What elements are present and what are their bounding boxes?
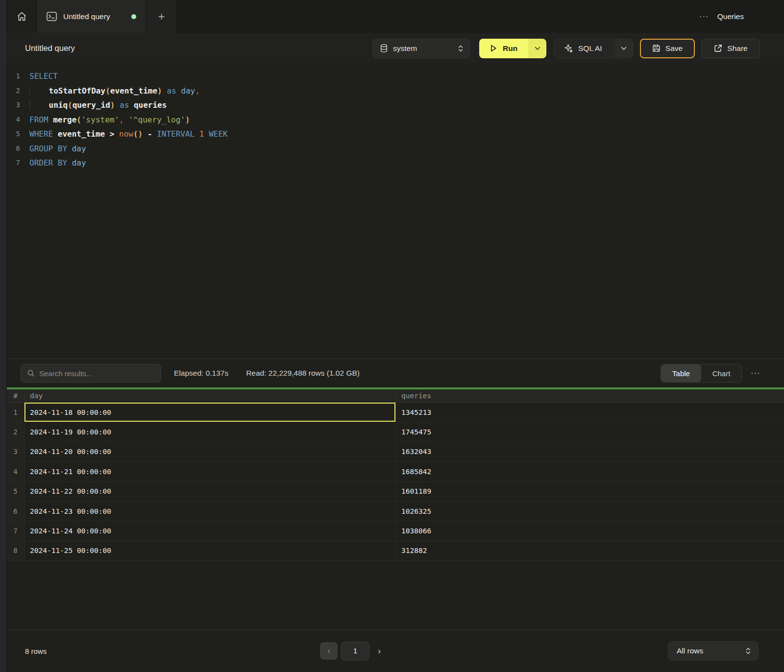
code-text: WHERE event_time > now() - INTERVAL 1 WE… [29, 127, 228, 142]
line-number: 7 [7, 156, 29, 170]
search-results-box[interactable] [21, 364, 161, 383]
queries-cell[interactable]: 1632043 [396, 442, 784, 461]
row-number-cell[interactable]: 2 [7, 422, 24, 441]
queries-cell[interactable]: 1038066 [396, 521, 784, 540]
day-cell[interactable]: 2024-11-21 00:00:00 [24, 462, 396, 481]
results-table-body: 12024-11-18 00:00:00134521322024-11-19 0… [7, 403, 784, 561]
queries-cell[interactable]: 312882 [396, 541, 784, 560]
code-line: 1SELECT [7, 69, 784, 84]
queries-link[interactable]: Queries [717, 12, 744, 21]
sql-editor[interactable]: 1SELECT2 toStartOfDay(event_time) as day… [7, 64, 784, 359]
table-row: 72024-11-24 00:00:001038066 [7, 521, 784, 541]
save-icon [652, 44, 661, 52]
code-text: SELECT [29, 69, 58, 84]
left-rail [0, 0, 7, 672]
sql-ai-button[interactable]: SQL AI [554, 39, 614, 58]
sparkles-icon [564, 44, 573, 53]
share-icon [714, 44, 722, 52]
tab-untitled-query[interactable]: Untitled query [37, 0, 147, 33]
search-results-input[interactable] [39, 369, 155, 378]
database-selector[interactable]: system [372, 39, 470, 58]
results-footer: 8 rows ‹ 1 › All rows [7, 629, 784, 672]
run-button-label: Run [503, 44, 517, 53]
queries-cell[interactable]: 1685842 [396, 462, 784, 481]
queries-cell[interactable]: 1601189 [396, 482, 784, 501]
column-header-queries[interactable]: queries [396, 389, 784, 402]
table-row: 82024-11-25 00:00:00312882 [7, 541, 784, 561]
query-toolbar: Untitled query system [7, 33, 784, 64]
search-icon [27, 369, 35, 377]
day-cell[interactable]: 2024-11-22 00:00:00 [24, 482, 396, 501]
line-number: 1 [7, 69, 29, 84]
previous-page-button[interactable]: ‹ [320, 642, 338, 660]
row-number-cell[interactable]: 6 [7, 502, 24, 521]
tab-bar-right: ··· Queries [699, 0, 784, 33]
pagination: ‹ 1 › [320, 630, 381, 672]
query-title: Untitled query [25, 44, 372, 53]
row-number-cell[interactable]: 5 [7, 482, 24, 501]
column-header-day[interactable]: day [24, 389, 396, 402]
play-icon [489, 44, 497, 52]
line-number: 4 [7, 113, 29, 127]
line-number: 6 [7, 142, 29, 156]
table-header-row: # day queries [7, 389, 784, 403]
tab-label: Untitled query [63, 12, 110, 21]
day-cell[interactable]: 2024-11-20 00:00:00 [24, 442, 396, 461]
chevron-updown-icon [458, 45, 464, 52]
row-number-cell[interactable]: 7 [7, 521, 24, 540]
tab-table-view[interactable]: Table [661, 364, 701, 382]
main-panel: Untitled query + ··· Queries Untitled qu… [7, 0, 784, 672]
line-number: 2 [7, 84, 29, 98]
tabs-overflow-icon[interactable]: ··· [699, 12, 709, 22]
code-text: GROUP BY day [29, 142, 86, 156]
day-cell[interactable]: 2024-11-23 00:00:00 [24, 502, 396, 521]
row-number-cell[interactable]: 4 [7, 462, 24, 481]
table-row: 12024-11-18 00:00:001345213 [7, 403, 784, 422]
home-icon [17, 11, 27, 22]
chevron-down-icon [535, 47, 540, 50]
chevron-updown-icon [745, 648, 751, 654]
code-line: 3 uniq(query_id) as queries [7, 98, 784, 113]
row-number-cell[interactable]: 8 [7, 541, 24, 560]
new-tab-button[interactable]: + [147, 0, 177, 33]
day-cell[interactable]: 2024-11-19 00:00:00 [24, 422, 396, 441]
code-line: 4FROM merge('system', '^query_log') [7, 113, 784, 127]
day-cell[interactable]: 2024-11-25 00:00:00 [24, 541, 396, 560]
table-row: 22024-11-19 00:00:001745475 [7, 422, 784, 442]
home-button[interactable] [7, 0, 37, 33]
day-cell[interactable]: 2024-11-18 00:00:00 [24, 403, 396, 422]
unsaved-indicator-dot [131, 14, 136, 19]
next-page-button[interactable]: › [378, 646, 381, 656]
results-toolbar: Elapsed: 0.137s Read: 22,229,488 rows (1… [7, 359, 784, 387]
day-cell[interactable]: 2024-11-24 00:00:00 [24, 521, 396, 540]
database-icon [380, 44, 388, 52]
page-size-selector[interactable]: All rows [668, 641, 759, 661]
run-options-button[interactable] [528, 39, 546, 58]
queries-cell[interactable]: 1745475 [396, 422, 784, 441]
save-button-label: Save [665, 44, 683, 53]
sql-ai-button-group: SQL AI [554, 39, 634, 58]
view-toggle: Table Chart [661, 364, 742, 383]
code-line: 5WHERE event_time > now() - INTERVAL 1 W… [7, 127, 784, 142]
tab-chart-view[interactable]: Chart [701, 364, 741, 382]
column-header-index[interactable]: # [7, 389, 24, 402]
run-button-group: Run [479, 39, 546, 58]
row-number-cell[interactable]: 1 [7, 403, 24, 422]
row-number-cell[interactable]: 3 [7, 442, 24, 461]
tab-bar: Untitled query + ··· Queries [7, 0, 784, 33]
page-size-value: All rows [677, 647, 703, 655]
results-menu-icon[interactable]: ··· [751, 368, 760, 378]
queries-cell[interactable]: 1026325 [396, 502, 784, 521]
line-number: 3 [7, 98, 29, 113]
current-page-button[interactable]: 1 [341, 642, 369, 660]
run-button[interactable]: Run [479, 39, 528, 58]
queries-cell[interactable]: 1345213 [396, 403, 784, 422]
sql-ai-options-button[interactable] [614, 39, 633, 58]
database-selector-value: system [393, 44, 417, 53]
chevron-down-icon [621, 47, 627, 50]
results-empty-area [7, 561, 784, 629]
share-button[interactable]: Share [702, 39, 760, 58]
save-button[interactable]: Save [640, 39, 695, 58]
table-row: 32024-11-20 00:00:001632043 [7, 442, 784, 462]
share-button-label: Share [727, 44, 747, 53]
